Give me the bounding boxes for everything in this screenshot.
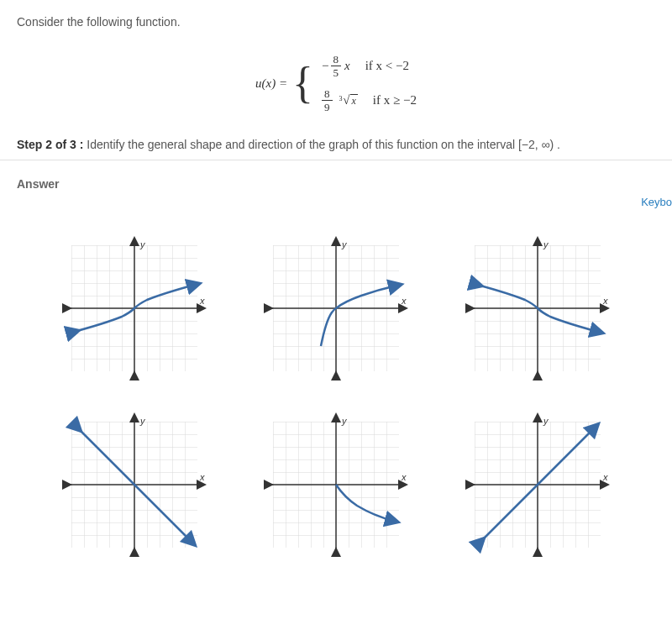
svg-text:x: x xyxy=(602,296,608,306)
graph-option-5[interactable]: y x xyxy=(260,409,412,560)
graph-option-6[interactable]: y x xyxy=(462,409,613,560)
graph-option-4[interactable]: y x xyxy=(59,409,210,560)
function-case-1: − 8 5 x if x < −2 xyxy=(322,54,417,78)
graph-option-3[interactable]: y x xyxy=(462,233,613,384)
step-instruction: Step 2 of 3 : Identify the general shape… xyxy=(17,138,655,151)
svg-text:x: x xyxy=(199,472,205,482)
graph-option-1[interactable]: y x xyxy=(59,233,210,384)
svg-text:x: x xyxy=(602,472,608,482)
brace-icon: { xyxy=(292,64,313,103)
function-name: u(x) = xyxy=(255,76,287,91)
keyboard-shortcuts-link[interactable]: Keybo xyxy=(641,196,672,208)
svg-text:x: x xyxy=(401,472,407,482)
prompt-text: Consider the following function. xyxy=(17,15,655,29)
answer-section: Answer Keybo y x xyxy=(0,160,672,585)
answer-label: Answer xyxy=(17,177,655,191)
svg-text:x: x xyxy=(401,296,407,306)
graph-options-grid: y x y x y x y x xyxy=(17,199,655,569)
function-definition: u(x) = { − 8 5 x if x < −2 xyxy=(17,54,655,113)
graph-option-2[interactable]: y x xyxy=(260,233,412,384)
svg-text:x: x xyxy=(199,296,205,306)
function-case-2: 8 9 3 √x if x ≥ −2 xyxy=(322,88,417,113)
question-section: Consider the following function. u(x) = … xyxy=(0,0,672,160)
